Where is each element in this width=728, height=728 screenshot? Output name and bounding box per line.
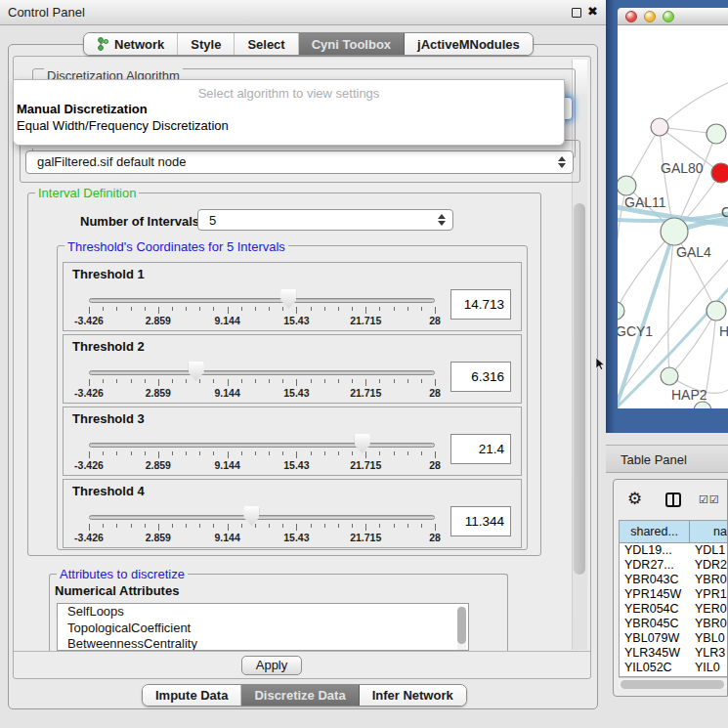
tab-infer-network[interactable]: Infer Network [360,685,466,706]
slider-tick [365,451,366,458]
slider-tick [172,451,173,455]
table-row[interactable]: YPR145WYPR1 [620,587,727,602]
table-hscrollbar-thumb[interactable] [621,680,724,689]
slider-tick-label: 21.715 [336,315,395,326]
table-row[interactable]: YLR345WYLR3 [620,646,727,661]
slider-tick [338,379,339,383]
column-header-name[interactable]: na [690,521,727,542]
panel-scrollbar-thumb[interactable] [574,203,585,575]
float-window-icon[interactable] [572,8,581,18]
threshold-4-value-field[interactable]: 11.344 [450,506,511,536]
slider-tick [89,451,90,458]
slider-tick [352,451,353,455]
dropdown-item-manual-discretization[interactable]: Manual Discretization [17,102,148,116]
slider-tick-label: -3.426 [60,315,118,326]
divider [14,651,590,652]
slider-tick [296,451,297,458]
slider-thumb[interactable] [355,434,370,453]
slider-tick [116,524,117,528]
table-row[interactable]: YDL19...YDL1 [620,543,727,558]
control-panel-titlebar: Control Panel ✖ [0,0,606,25]
table-row[interactable]: YER054CYER0 [620,602,727,617]
network-node [707,124,726,144]
table-data-combo[interactable]: galFiltered.sif default node [25,150,574,174]
slider-tick [407,307,408,311]
attributes-group-label: Attributes to discretize [57,567,188,581]
gear-icon[interactable]: ⚙ [627,491,642,507]
network-window-titlebar[interactable] [618,8,728,25]
slider-tick [145,307,146,311]
slider-tick [352,307,353,311]
slider-tick-label: 9.144 [198,387,257,399]
network-node-label: GAL11 [624,194,666,210]
table-row[interactable]: YIL052CYIL0 [620,661,727,675]
slider-tick-label: 21.715 [336,387,395,399]
algorithm-dropdown-popup: Select algorithm to view settings Manual… [13,79,565,146]
threshold-3-value-field[interactable]: 21.4 [450,434,511,464]
slider-tick [269,451,270,455]
slider-track[interactable] [89,298,435,303]
tab-impute-data[interactable]: Impute Data [143,685,241,706]
threshold-1-value-field[interactable]: 14.713 [450,289,511,320]
slider-tick [131,451,132,455]
slider-tick [324,451,325,455]
close-icon[interactable]: ✖ [587,4,598,19]
slider-tick [199,307,200,311]
list-scrollbar-thumb[interactable] [457,607,466,644]
network-canvas[interactable]: GAL80GCGAL11GAL4GCY1HHAP2 [618,25,728,408]
tab-select[interactable]: Select [235,33,298,55]
table-row[interactable]: YBR045CYBR0 [620,617,727,631]
tab-jactivemnodules[interactable]: jActiveMNodules [405,33,533,55]
attribute-list-item[interactable]: BetweennessCentrality [58,636,468,651]
slider-tick [158,524,159,531]
slider-tick [379,451,380,455]
spinner-arrows-icon [438,214,446,226]
slider-tick [213,307,214,311]
slider-thumb[interactable] [243,506,259,526]
numerical-attributes-label: Numerical Attributes [55,583,179,598]
checkbox-icons[interactable]: ☑☑ [699,493,720,506]
tab-network[interactable]: Network [84,33,178,55]
slider-tick [103,451,104,455]
slider-tick-label: 15.43 [267,532,325,543]
slider-tick [255,307,256,311]
table-hscrollbar-track[interactable] [619,677,727,689]
table-panel-header: Table Panel [606,445,728,473]
numerical-attributes-list[interactable]: SelfLoopsTopologicalCoefficientBetweenne… [57,603,469,651]
slider-track[interactable] [89,370,435,375]
slider-track[interactable] [89,515,435,520]
tab-style[interactable]: Style [178,33,235,55]
tab-cyni-toolbox[interactable]: Cyni Toolbox [299,33,405,55]
dropdown-item-equal-width-frequency[interactable]: Equal Width/Frequency Discretization [17,118,229,133]
column-header-shared-name[interactable]: shared... [620,521,690,542]
slider-thumb[interactable] [189,362,204,381]
columns-icon[interactable] [665,492,681,507]
close-traffic-light[interactable] [625,11,637,22]
slider-tick-label: 15.43 [267,387,325,399]
tab-discretize-data[interactable]: Discretize Data [241,685,359,706]
attribute-list-item[interactable]: TopologicalCoefficient [58,621,468,637]
slider-tick [352,524,353,528]
zoom-traffic-light[interactable] [663,11,674,22]
slider-tick [407,379,408,383]
threshold-2-value-field[interactable]: 6.316 [450,362,511,392]
slider-tick-label: -3.426 [60,387,118,399]
attribute-list-item[interactable]: SelfLoops [58,604,468,621]
slider-tick [324,524,325,528]
slider-tick [241,524,242,528]
slider-track[interactable] [89,443,435,448]
slider-thumb[interactable] [280,289,296,309]
minimize-traffic-light[interactable] [644,11,656,22]
network-node [651,118,668,136]
dropdown-prompt-item[interactable]: Select algorithm to view settings [14,86,564,101]
list-scrollbar-track[interactable] [457,606,466,651]
slider-tick [435,307,436,314]
table-row[interactable]: YBR043CYBR0 [620,573,727,587]
apply-button[interactable]: Apply [241,656,302,675]
table-row[interactable]: YBL079WYBL0 [620,631,727,646]
bottom-tabbar: Impute Data Discretize Data Infer Networ… [142,684,467,707]
table-row[interactable]: YDR27...YDR2 [620,558,727,573]
num-intervals-spinner[interactable]: 5 [197,209,453,231]
slider-tick [435,451,436,458]
node-table[interactable]: shared... na YDL19...YDL1YDR27...YDR2YBR… [619,520,727,677]
